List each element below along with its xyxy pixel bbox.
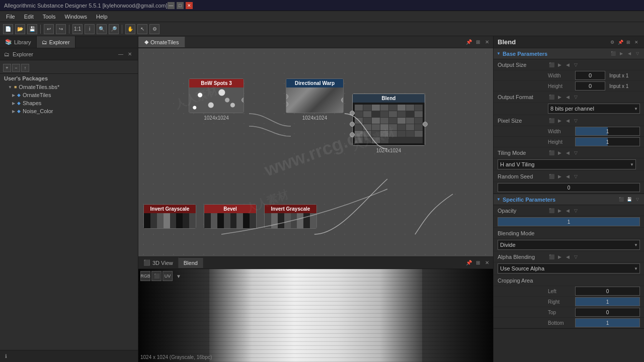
rs-icon3[interactable]: ◀ xyxy=(564,173,571,180)
bottom-icon-i[interactable]: ℹ xyxy=(2,352,10,360)
pixel-width-slider[interactable]: 1 xyxy=(575,127,640,136)
ab-icon1[interactable]: ⬛ xyxy=(548,253,555,260)
menu-edit[interactable]: Edit xyxy=(20,13,38,21)
graph-viewport[interactable]: www.rrcg.cn 人人素材 人人素材 人人素材 xyxy=(138,48,493,256)
opacity-slider[interactable]: 1 xyxy=(498,217,640,226)
port-blend-out[interactable] xyxy=(423,122,428,127)
new-button[interactable]: 📄 xyxy=(3,24,13,34)
info-button[interactable]: i xyxy=(85,24,95,34)
explorer-import-btn[interactable]: ↑ xyxy=(21,64,29,72)
zoom-in-button[interactable]: 🔍 xyxy=(97,24,107,34)
port-dir-warp-in2[interactable] xyxy=(286,102,288,107)
explorer-new-btn[interactable]: + xyxy=(3,64,11,72)
ps-icon1[interactable]: ⬛ xyxy=(548,117,555,124)
bottom-view-pin[interactable]: 📌 xyxy=(465,259,473,267)
node-dir-warp[interactable]: Directional Warp 1024x1024 xyxy=(286,78,344,121)
explorer-delete-btn[interactable]: − xyxy=(12,64,20,72)
crop-top-slider[interactable]: 0 xyxy=(575,308,640,317)
menu-tools[interactable]: Tools xyxy=(39,13,60,21)
ab-icon2[interactable]: ▶ xyxy=(556,253,563,260)
pixel-height-slider[interactable]: 1 xyxy=(575,137,640,146)
op-icon3[interactable]: ◀ xyxy=(564,207,571,214)
pan-button[interactable]: ✋ xyxy=(125,24,135,34)
output-width-input[interactable] xyxy=(575,71,605,80)
graph-close-btn[interactable]: ✕ xyxy=(483,38,491,46)
node-bw-spots[interactable]: BnW Spots 3 1024x1024 xyxy=(189,78,244,121)
explorer-item-shapes[interactable]: ▶ ◆ Shapes xyxy=(0,99,138,107)
tab-library[interactable]: 📚 Library xyxy=(0,36,37,48)
zoom-fit-button[interactable]: 1:1 xyxy=(72,24,83,34)
rp-settings-icon[interactable]: ⚙ xyxy=(609,39,616,46)
undo-button[interactable]: ↩ xyxy=(44,24,54,34)
explorer-item-ornate-sbs[interactable]: ▼ ■ OrnateTiles.sbs* xyxy=(0,83,138,91)
graph-pin-btn[interactable]: 📌 xyxy=(465,38,473,46)
crop-left-slider[interactable]: 0 xyxy=(575,287,640,296)
port-dir-warp-out[interactable] xyxy=(341,98,343,103)
alpha-blending-dropdown[interactable]: Use Source Alpha xyxy=(498,263,640,274)
ps-icon3[interactable]: ◀ xyxy=(564,117,571,124)
bp-icon3[interactable]: ◀ xyxy=(626,50,633,57)
port-bw-spots-out[interactable] xyxy=(242,98,244,103)
rp-close-icon[interactable]: ✕ xyxy=(633,39,640,46)
tab-3d-view[interactable]: ⬛ 3D View xyxy=(138,257,179,268)
port-blend-in3[interactable] xyxy=(350,132,355,137)
btn-rgb[interactable]: RGB xyxy=(140,271,150,281)
settings-button[interactable]: ⚙ xyxy=(149,24,159,34)
tm-icon2[interactable]: ▶ xyxy=(556,149,563,156)
sp-icon2[interactable]: 💾 xyxy=(626,196,633,203)
explorer-minimize-btn[interactable]: — xyxy=(117,50,125,58)
os-icon3[interactable]: ◀ xyxy=(564,61,571,68)
ab-icon3[interactable]: ◀ xyxy=(564,253,571,260)
op-icon2[interactable]: ▶ xyxy=(556,207,563,214)
select-button[interactable]: ↖ xyxy=(137,24,147,34)
node-invert1[interactable]: Invert Grayscale xyxy=(143,204,196,229)
menu-file[interactable]: File xyxy=(2,13,19,21)
minimize-button[interactable]: — xyxy=(168,2,175,9)
rp-pin-icon[interactable]: 📌 xyxy=(617,39,624,46)
of-icon2[interactable]: ▶ xyxy=(556,94,563,101)
rs-icon4[interactable]: ▽ xyxy=(572,173,579,180)
blending-mode-dropdown[interactable]: Divide xyxy=(498,240,640,250)
port-dir-warp-in1[interactable] xyxy=(286,94,288,99)
op-icon4[interactable]: ▽ xyxy=(572,207,579,214)
bottom-view-expand[interactable]: ⊞ xyxy=(474,259,482,267)
of-icon3[interactable]: ◀ xyxy=(564,94,571,101)
crop-bottom-slider[interactable]: 1 xyxy=(575,318,640,327)
rp-expand-icon[interactable]: ⊞ xyxy=(625,39,632,46)
ps-icon2[interactable]: ▶ xyxy=(556,117,563,124)
graph-tab-ornate[interactable]: ◆ OrnateTiles xyxy=(138,37,185,47)
specific-params-header[interactable]: ▼ Specific Parameters ⬛ 💾 ▽ xyxy=(494,194,644,205)
menu-help[interactable]: Help xyxy=(92,13,112,21)
rs-icon2[interactable]: ▶ xyxy=(556,173,563,180)
explorer-item-ornate-tiles[interactable]: ▶ ◆ OrnateTiles xyxy=(0,91,138,99)
explorer-item-noise-color[interactable]: ▶ ◆ Noise_Color xyxy=(0,107,138,115)
btn-channel[interactable]: ⬛ xyxy=(151,271,162,281)
os-icon2[interactable]: ▶ xyxy=(556,61,563,68)
open-button[interactable]: 📂 xyxy=(15,24,25,34)
op-icon1[interactable]: ⬛ xyxy=(548,207,555,214)
zoom-out-button[interactable]: 🔎 xyxy=(109,24,119,34)
tiling-dropdown[interactable]: H and V Tiling xyxy=(498,159,636,169)
sp-icon3[interactable]: ▽ xyxy=(634,196,641,203)
crop-right-slider[interactable]: 1 xyxy=(575,297,640,306)
node-bevel[interactable]: Bevel xyxy=(204,204,257,229)
port-blend-in2[interactable] xyxy=(350,122,355,127)
sp-icon1[interactable]: ⬛ xyxy=(618,196,625,203)
output-height-input[interactable] xyxy=(575,81,605,90)
tab-explorer[interactable]: 🗂 Explorer xyxy=(37,36,75,48)
rs-icon1[interactable]: ⬛ xyxy=(548,173,555,180)
node-blend[interactable]: Blend xyxy=(352,94,425,153)
of-icon1[interactable]: ⬛ xyxy=(548,94,555,101)
bp-icon2[interactable]: ▶ xyxy=(618,50,625,57)
tab-blend-view[interactable]: Blend xyxy=(179,258,203,268)
ab-icon4[interactable]: ▽ xyxy=(572,253,579,260)
output-format-dropdown[interactable]: 8 bits per channel xyxy=(548,104,640,114)
redo-button[interactable]: ↪ xyxy=(56,24,66,34)
tm-icon1[interactable]: ⬛ xyxy=(548,149,555,156)
menu-windows[interactable]: Windows xyxy=(60,13,91,21)
maximize-button[interactable]: □ xyxy=(177,2,184,9)
btn-uv[interactable]: UV xyxy=(163,271,173,281)
graph-expand-btn[interactable]: ⊞ xyxy=(474,38,482,46)
tm-icon4[interactable]: ▽ xyxy=(572,149,579,156)
save-button[interactable]: 💾 xyxy=(27,24,37,34)
